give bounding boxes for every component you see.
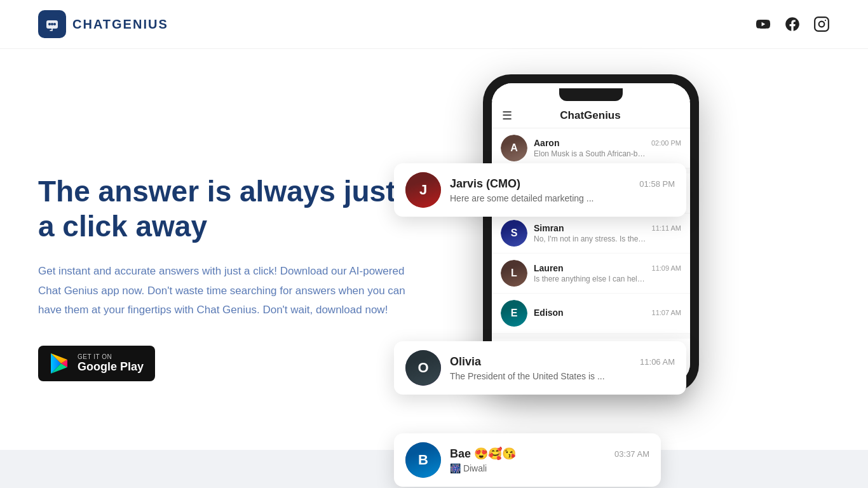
logo-text: CHATGENIUS	[72, 17, 168, 32]
subtext: Get instant and accurate answers with ju…	[38, 262, 407, 320]
bae-highlighted-card: B Bae 😍🥰😘 03:37 AM 🎆 Diwali	[394, 433, 661, 487]
left-content: The answer is always just a click away G…	[38, 174, 432, 381]
simran-avatar: S	[501, 220, 527, 247]
edison-info: Edison 11:07 AM	[534, 308, 681, 319]
phone-showcase: J Jarvis (CMO) 01:58 PM Here are some de…	[432, 87, 830, 468]
svg-point-6	[819, 22, 825, 27]
lauren-time: 11:09 AM	[652, 264, 681, 272]
svg-point-7	[825, 20, 826, 21]
bae-preview: 🎆 Diwali	[450, 463, 649, 473]
chat-item-simran[interactable]: S Simran 11:11 AM No, I'm not in any str…	[492, 214, 690, 254]
bae-name: Bae 😍🥰😘	[450, 447, 516, 461]
bae-card-content: Bae 😍🥰😘 03:37 AM 🎆 Diwali	[450, 447, 649, 473]
aaron-info: Aaron 02:00 PM Elon Musk is a South Afri…	[534, 138, 681, 158]
jarvis-time: 01:58 PM	[639, 179, 675, 189]
simran-name: Simran	[534, 223, 564, 233]
logo-area: CHATGENIUS	[38, 10, 168, 38]
google-play-icon	[50, 352, 70, 375]
instagram-icon[interactable]	[813, 16, 830, 32]
lauren-info: Lauren 11:09 AM Is there anything else I…	[534, 263, 681, 283]
aaron-time: 02:00 PM	[651, 139, 681, 147]
headline: The answer is always just a click away	[38, 174, 407, 244]
get-it-on-label: GET IT ON	[78, 353, 144, 360]
aaron-preview: Elon Musk is a South African-born ...	[534, 149, 648, 158]
chat-item-aaron[interactable]: A Aaron 02:00 PM Elon Musk is a South Af…	[492, 128, 690, 168]
bae-time: 03:37 AM	[614, 449, 649, 459]
simran-time: 11:11 AM	[652, 224, 681, 232]
olivia-avatar: O	[405, 350, 441, 386]
edison-name: Edison	[534, 308, 564, 318]
social-icons	[755, 16, 830, 32]
facebook-icon[interactable]	[784, 16, 801, 32]
logo-icon	[38, 10, 66, 38]
phone-app-name: ChatGenius	[560, 109, 620, 122]
jarvis-highlighted-card: J Jarvis (CMO) 01:58 PM Here are some de…	[394, 163, 686, 217]
chat-item-lauren[interactable]: L Lauren 11:09 AM Is there anything else…	[492, 254, 690, 294]
jarvis-avatar: J	[405, 172, 441, 208]
svg-rect-5	[815, 17, 829, 31]
bae-avatar: B	[405, 442, 441, 478]
aaron-name: Aaron	[534, 138, 559, 148]
youtube-icon[interactable]	[755, 16, 771, 32]
aaron-avatar: A	[501, 135, 527, 161]
lauren-name: Lauren	[534, 263, 564, 273]
menu-icon: ☰	[502, 109, 512, 123]
play-text: GET IT ON Google Play	[78, 353, 144, 374]
jarvis-preview: Here are some detailed marketing ...	[450, 193, 675, 203]
edison-time: 11:07 AM	[652, 309, 681, 316]
store-name-label: Google Play	[78, 360, 144, 374]
jarvis-card-content: Jarvis (CMO) 01:58 PM Here are some deta…	[450, 177, 675, 203]
olivia-time: 11:06 AM	[640, 357, 675, 367]
svg-point-2	[48, 23, 51, 25]
edison-avatar: E	[501, 300, 527, 327]
jarvis-name: Jarvis (CMO)	[450, 177, 520, 191]
olivia-card-content: Olivia 11:06 AM The President of the Uni…	[450, 355, 675, 381]
main-content: The answer is always just a click away G…	[0, 49, 868, 488]
olivia-preview: The President of the United States is ..…	[450, 371, 675, 381]
olivia-name: Olivia	[450, 355, 481, 369]
chat-item-edison[interactable]: E Edison 11:07 AM	[492, 294, 690, 334]
google-play-button[interactable]: GET IT ON Google Play	[38, 346, 155, 381]
phone-screen: ☰ ChatGenius A Aaron 02:00 PM	[492, 83, 690, 384]
simran-preview: No, I'm not in any stress. Is there ...	[534, 234, 648, 243]
olivia-highlighted-card: O Olivia 11:06 AM The President of the U…	[394, 341, 686, 395]
svg-point-4	[53, 23, 56, 25]
phone-top-bar: ☰ ChatGenius	[492, 101, 690, 128]
simran-info: Simran 11:11 AM No, I'm not in any stres…	[534, 223, 681, 243]
lauren-avatar: L	[501, 260, 527, 287]
lauren-preview: Is there anything else I can help you ..…	[534, 274, 648, 283]
svg-point-3	[51, 23, 53, 25]
header: CHATGENIUS	[0, 0, 868, 49]
